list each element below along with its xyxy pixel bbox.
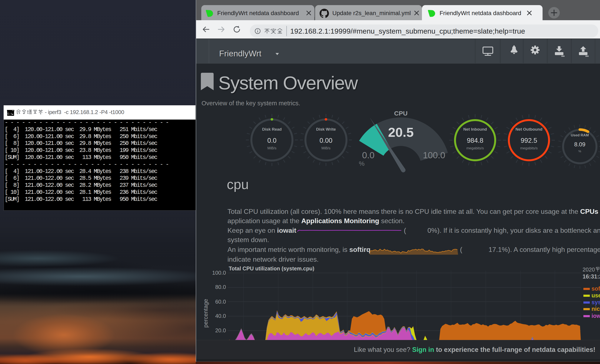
svg-text:C:\: C:\: [8, 112, 12, 115]
